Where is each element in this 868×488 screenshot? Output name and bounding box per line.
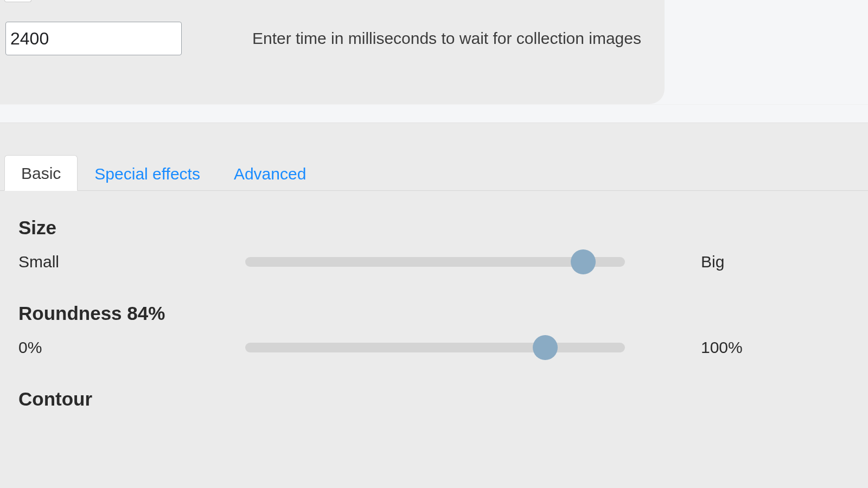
contour-group: Contour <box>18 388 850 410</box>
settings-panel: Basic Special effects Advanced Size Smal… <box>0 123 868 488</box>
size-slider-track <box>245 257 625 267</box>
basic-controls: Size Small Big Roundness 84% 0% 100% <box>0 191 868 410</box>
section-gap <box>0 104 868 123</box>
wait-time-description: Enter time in milliseconds to wait for c… <box>252 29 641 48</box>
partial-control-above <box>4 0 31 2</box>
size-slider-row: Small Big <box>18 249 850 274</box>
contour-title: Contour <box>18 388 850 410</box>
wait-time-input[interactable] <box>5 22 182 55</box>
roundness-title: Roundness 84% <box>18 303 850 324</box>
roundness-slider-row: 0% 100% <box>18 335 850 360</box>
roundness-slider-track <box>245 343 625 352</box>
roundness-slider[interactable] <box>245 335 625 360</box>
size-title: Size <box>18 217 850 239</box>
size-slider-thumb[interactable] <box>571 249 596 274</box>
tab-advanced[interactable]: Advanced <box>217 156 323 191</box>
tab-special-effects[interactable]: Special effects <box>78 156 217 191</box>
wait-time-row: Enter time in milliseconds to wait for c… <box>5 0 659 55</box>
settings-tabs: Basic Special effects Advanced <box>0 155 868 191</box>
roundness-min-label: 0% <box>18 338 245 357</box>
wait-time-panel: Enter time in milliseconds to wait for c… <box>0 0 665 104</box>
size-min-label: Small <box>18 253 245 271</box>
size-max-label: Big <box>701 253 724 271</box>
roundness-max-label: 100% <box>701 338 743 357</box>
roundness-group: Roundness 84% 0% 100% <box>18 303 850 360</box>
tab-basic[interactable]: Basic <box>4 155 78 191</box>
size-slider[interactable] <box>245 249 625 274</box>
size-group: Size Small Big <box>18 217 850 274</box>
roundness-slider-thumb[interactable] <box>533 335 558 360</box>
